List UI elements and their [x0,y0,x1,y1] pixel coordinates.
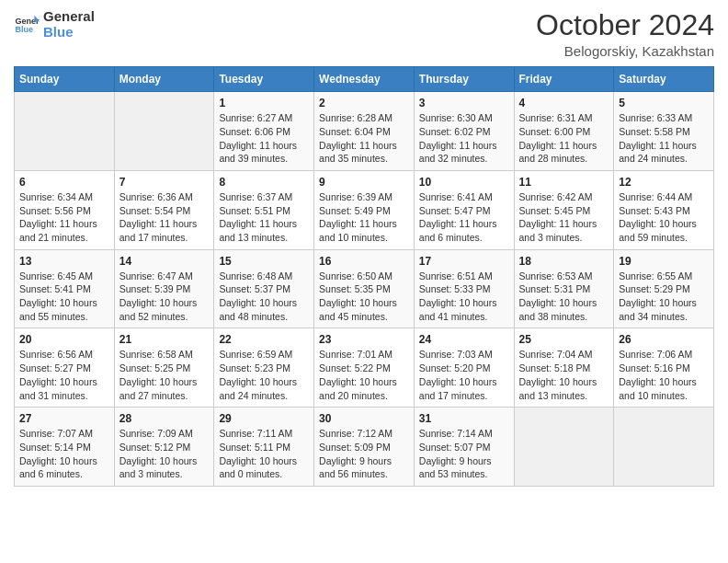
calendar-header-row: SundayMondayTuesdayWednesdayThursdayFrid… [15,67,714,92]
title-block: October 2024 Belogorskiy, Kazakhstan [536,9,714,59]
day-number: 7 [119,176,210,189]
day-content: Sunrise: 6:39 AM Sunset: 5:49 PM Dayligh… [319,190,409,245]
day-content: Sunrise: 6:31 AM Sunset: 6:00 PM Dayligh… [519,111,609,166]
day-number: 25 [519,333,609,346]
day-number: 8 [219,176,309,189]
day-number: 23 [319,333,409,346]
day-number: 11 [519,176,609,189]
logo-general-text: General [43,9,95,25]
svg-text:Blue: Blue [15,25,33,34]
calendar-cell: 7Sunrise: 6:36 AM Sunset: 5:54 PM Daylig… [114,170,214,249]
day-number: 17 [419,255,509,268]
day-number: 4 [519,97,609,109]
day-content: Sunrise: 6:58 AM Sunset: 5:25 PM Dayligh… [119,348,210,402]
day-content: Sunrise: 6:33 AM Sunset: 5:58 PM Dayligh… [619,111,709,166]
day-content: Sunrise: 6:42 AM Sunset: 5:45 PM Dayligh… [519,190,609,245]
day-number: 20 [19,333,109,346]
day-content: Sunrise: 6:53 AM Sunset: 5:31 PM Dayligh… [519,270,609,324]
calendar-cell: 19Sunrise: 6:55 AM Sunset: 5:29 PM Dayli… [614,249,714,328]
day-content: Sunrise: 7:12 AM Sunset: 5:09 PM Dayligh… [319,427,409,481]
calendar-cell: 12Sunrise: 6:44 AM Sunset: 5:43 PM Dayli… [614,170,714,249]
calendar-cell: 16Sunrise: 6:50 AM Sunset: 5:35 PM Dayli… [314,249,415,328]
day-number: 24 [419,333,509,346]
day-number: 18 [519,255,609,268]
calendar-cell [614,408,714,487]
day-number: 10 [419,176,509,189]
logo-blue-text: Blue [43,25,95,40]
day-content: Sunrise: 6:55 AM Sunset: 5:29 PM Dayligh… [619,270,709,324]
calendar-cell [114,92,214,171]
calendar-cell: 21Sunrise: 6:58 AM Sunset: 5:25 PM Dayli… [114,328,214,408]
calendar-cell: 5Sunrise: 6:33 AM Sunset: 5:58 PM Daylig… [614,92,714,171]
calendar-cell: 27Sunrise: 7:07 AM Sunset: 5:14 PM Dayli… [15,408,115,487]
calendar-cell: 1Sunrise: 6:27 AM Sunset: 6:06 PM Daylig… [214,92,314,171]
calendar-table: SundayMondayTuesdayWednesdayThursdayFrid… [14,66,714,487]
logo: General Blue General Blue [14,9,95,40]
col-header-friday: Friday [514,67,614,92]
calendar-week-row: 1Sunrise: 6:27 AM Sunset: 6:06 PM Daylig… [15,92,714,171]
day-number: 6 [19,176,109,189]
day-content: Sunrise: 6:28 AM Sunset: 6:04 PM Dayligh… [319,111,409,166]
calendar-cell [15,92,115,171]
logo-icon: General Blue [14,12,40,38]
day-number: 13 [19,255,109,268]
day-number: 5 [619,97,709,109]
day-content: Sunrise: 7:03 AM Sunset: 5:20 PM Dayligh… [419,348,509,402]
day-number: 26 [619,333,709,346]
day-content: Sunrise: 6:30 AM Sunset: 6:02 PM Dayligh… [419,111,509,166]
calendar-cell: 31Sunrise: 7:14 AM Sunset: 5:07 PM Dayli… [414,408,514,487]
day-content: Sunrise: 6:51 AM Sunset: 5:33 PM Dayligh… [419,270,509,324]
col-header-saturday: Saturday [614,67,714,92]
calendar-cell: 25Sunrise: 7:04 AM Sunset: 5:18 PM Dayli… [514,328,614,408]
location: Belogorskiy, Kazakhstan [536,43,714,59]
day-number: 31 [419,412,509,425]
calendar-cell: 15Sunrise: 6:48 AM Sunset: 5:37 PM Dayli… [214,249,314,328]
calendar-cell: 2Sunrise: 6:28 AM Sunset: 6:04 PM Daylig… [314,92,415,171]
day-number: 9 [319,176,409,189]
calendar-cell: 8Sunrise: 6:37 AM Sunset: 5:51 PM Daylig… [214,170,314,249]
calendar-week-row: 13Sunrise: 6:45 AM Sunset: 5:41 PM Dayli… [15,249,714,328]
day-content: Sunrise: 6:56 AM Sunset: 5:27 PM Dayligh… [19,348,109,402]
day-number: 3 [419,97,509,109]
day-content: Sunrise: 6:41 AM Sunset: 5:47 PM Dayligh… [419,190,509,245]
calendar-cell: 13Sunrise: 6:45 AM Sunset: 5:41 PM Dayli… [15,249,115,328]
day-number: 16 [319,255,409,268]
day-number: 2 [319,97,409,109]
calendar-cell: 28Sunrise: 7:09 AM Sunset: 5:12 PM Dayli… [114,408,214,487]
day-content: Sunrise: 6:37 AM Sunset: 5:51 PM Dayligh… [219,190,309,245]
calendar-cell: 9Sunrise: 6:39 AM Sunset: 5:49 PM Daylig… [314,170,415,249]
calendar-cell: 11Sunrise: 6:42 AM Sunset: 5:45 PM Dayli… [514,170,614,249]
day-content: Sunrise: 6:50 AM Sunset: 5:35 PM Dayligh… [319,270,409,324]
month-title: October 2024 [536,9,714,41]
calendar-cell: 22Sunrise: 6:59 AM Sunset: 5:23 PM Dayli… [214,328,314,408]
calendar-cell: 30Sunrise: 7:12 AM Sunset: 5:09 PM Dayli… [314,408,415,487]
calendar-cell: 26Sunrise: 7:06 AM Sunset: 5:16 PM Dayli… [614,328,714,408]
day-content: Sunrise: 6:47 AM Sunset: 5:39 PM Dayligh… [119,270,210,324]
page-header: General Blue General Blue October 2024 B… [14,9,714,59]
calendar-week-row: 6Sunrise: 6:34 AM Sunset: 5:56 PM Daylig… [15,170,714,249]
day-content: Sunrise: 7:04 AM Sunset: 5:18 PM Dayligh… [519,348,609,402]
col-header-wednesday: Wednesday [314,67,415,92]
day-content: Sunrise: 7:14 AM Sunset: 5:07 PM Dayligh… [419,427,509,481]
day-number: 27 [19,412,109,425]
calendar-cell: 4Sunrise: 6:31 AM Sunset: 6:00 PM Daylig… [514,92,614,171]
calendar-cell [514,408,614,487]
day-number: 12 [619,176,709,189]
day-number: 15 [219,255,309,268]
day-content: Sunrise: 7:11 AM Sunset: 5:11 PM Dayligh… [219,427,309,481]
calendar-cell: 14Sunrise: 6:47 AM Sunset: 5:39 PM Dayli… [114,249,214,328]
day-number: 30 [319,412,409,425]
day-number: 29 [219,412,309,425]
day-content: Sunrise: 6:59 AM Sunset: 5:23 PM Dayligh… [219,348,309,402]
calendar-cell: 18Sunrise: 6:53 AM Sunset: 5:31 PM Dayli… [514,249,614,328]
calendar-cell: 23Sunrise: 7:01 AM Sunset: 5:22 PM Dayli… [314,328,415,408]
day-content: Sunrise: 7:09 AM Sunset: 5:12 PM Dayligh… [119,427,210,481]
day-content: Sunrise: 6:45 AM Sunset: 5:41 PM Dayligh… [19,270,109,324]
day-content: Sunrise: 7:06 AM Sunset: 5:16 PM Dayligh… [619,348,709,402]
calendar-cell: 20Sunrise: 6:56 AM Sunset: 5:27 PM Dayli… [15,328,115,408]
calendar-cell: 6Sunrise: 6:34 AM Sunset: 5:56 PM Daylig… [15,170,115,249]
day-number: 22 [219,333,309,346]
day-content: Sunrise: 6:34 AM Sunset: 5:56 PM Dayligh… [19,190,109,245]
calendar-cell: 3Sunrise: 6:30 AM Sunset: 6:02 PM Daylig… [414,92,514,171]
calendar-cell: 29Sunrise: 7:11 AM Sunset: 5:11 PM Dayli… [214,408,314,487]
